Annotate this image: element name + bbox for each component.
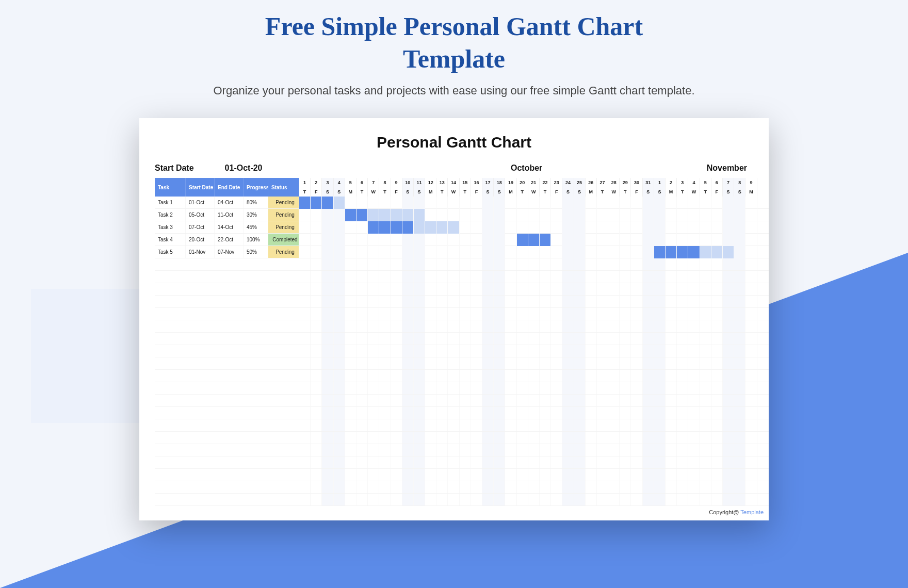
dow-cell: F [631, 187, 642, 197]
timeline-cell [311, 456, 322, 468]
timeline-cell [368, 246, 379, 258]
timeline-cell [734, 494, 745, 505]
cell: 01-Nov [186, 246, 215, 258]
cell: Task 2 [155, 209, 186, 221]
day-number-cell: 7 [368, 178, 379, 187]
timeline-cell [620, 197, 631, 209]
timeline-cell [517, 382, 528, 394]
page-header: Free Simple Personal Gantt Chart Templat… [0, 0, 908, 97]
timeline-cell [322, 345, 333, 357]
timeline-cell [643, 395, 654, 406]
timeline-cell [586, 221, 597, 234]
timeline-cell [448, 333, 459, 345]
timeline-cell [414, 395, 425, 406]
timeline-cell [299, 221, 311, 234]
timeline-cell [379, 419, 391, 431]
timeline-cell [562, 234, 574, 246]
dow-cell: T [379, 187, 391, 197]
cell: 05-Oct [186, 209, 215, 221]
dow-cell: S [654, 187, 666, 197]
timeline-cell [540, 271, 551, 283]
timeline-cell [299, 333, 311, 345]
timeline-cell [734, 407, 745, 419]
timeline-cell [460, 197, 471, 209]
timeline-cell [460, 283, 471, 295]
timeline-cell [574, 407, 586, 419]
timeline-cell [711, 283, 723, 295]
timeline-cell [391, 283, 402, 295]
timeline-cell [471, 469, 482, 481]
timeline-cell [574, 419, 586, 431]
timeline-cell [494, 395, 505, 406]
timeline-cell [368, 357, 379, 369]
timeline-cell [574, 209, 586, 221]
timeline-cell [631, 395, 642, 406]
empty-timeline-row [299, 296, 769, 308]
timeline-cell [517, 395, 528, 406]
timeline-cell [734, 456, 745, 468]
timeline-cell [517, 271, 528, 283]
timeline-cell [700, 221, 711, 234]
cell: 07-Nov [215, 246, 244, 258]
timeline-cell [586, 469, 597, 481]
timeline-cell [436, 333, 448, 345]
timeline-cell [356, 234, 368, 246]
timeline-cell [688, 370, 700, 382]
timeline-cell [345, 345, 356, 357]
timeline-cell [345, 209, 356, 221]
timeline-cell [379, 469, 391, 481]
timeline-cell [631, 283, 642, 295]
dow-cell: T [299, 187, 311, 197]
timeline-cell [368, 444, 379, 456]
day-number-cell: 10 [402, 178, 414, 187]
timeline-cell [471, 246, 482, 258]
timeline-cell [345, 494, 356, 505]
timeline-cell [299, 283, 311, 295]
timeline-cell [551, 271, 562, 283]
timeline-cell [414, 333, 425, 345]
timeline-cell [505, 469, 516, 481]
timeline-cell [517, 494, 528, 505]
timeline-cell [734, 296, 745, 307]
timeline-cell [540, 234, 551, 246]
timeline-cell [505, 357, 516, 369]
timeline-cell [654, 456, 666, 468]
timeline-cell [677, 333, 688, 345]
timeline-cell [448, 271, 459, 283]
timeline-cell [436, 271, 448, 283]
timeline-cell [711, 494, 723, 505]
timeline-cell [517, 456, 528, 468]
timeline-cell [528, 395, 540, 406]
timeline-cell [688, 246, 700, 258]
timeline-cell [666, 419, 677, 431]
timeline-cell [723, 308, 734, 320]
timeline-cell [586, 283, 597, 295]
timeline-cell [540, 246, 551, 258]
timeline-cell [574, 283, 586, 295]
dow-cell: S [334, 187, 345, 197]
timeline-cell [620, 345, 631, 357]
timeline-cell [299, 271, 311, 283]
timeline-cell [654, 197, 666, 209]
timeline-cell [643, 370, 654, 382]
timeline-cell [505, 283, 516, 295]
timeline-cell [379, 258, 391, 270]
timeline-cell [448, 308, 459, 320]
timeline-cell [551, 444, 562, 456]
timeline-cell [471, 234, 482, 246]
timeline-cell [402, 494, 414, 505]
dow-cell: F [471, 187, 482, 197]
timeline-cell [551, 258, 562, 270]
timeline-cell [745, 481, 757, 493]
timeline-cell [608, 444, 620, 456]
day-number-cell: 19 [505, 178, 516, 187]
timeline-cell [505, 345, 516, 357]
timeline-row [299, 197, 769, 209]
timeline-cell [734, 271, 745, 283]
timeline-cell [391, 395, 402, 406]
timeline-cell [688, 258, 700, 270]
timeline-cell [597, 432, 608, 444]
timeline-cell [540, 395, 551, 406]
empty-row [155, 258, 299, 271]
timeline-cell [631, 308, 642, 320]
